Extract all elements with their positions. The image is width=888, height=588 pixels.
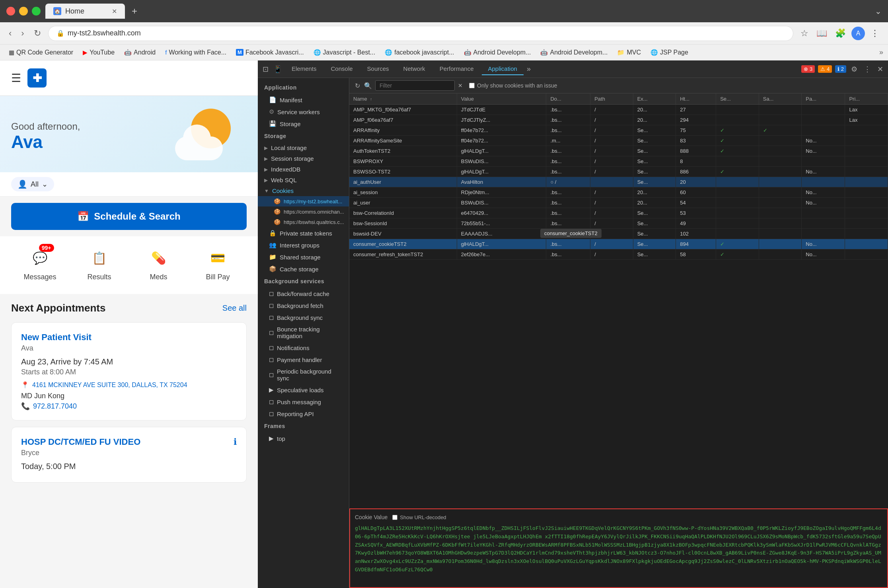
reload-button[interactable]: ↻ (31, 26, 43, 41)
bookmark-jsp[interactable]: 🌐 JSP Page (647, 47, 692, 58)
bookmark-android[interactable]: 🤖 Android (120, 47, 160, 58)
bookmarks-more[interactable]: » (879, 48, 883, 56)
active-tab[interactable]: 🏠 Home ✕ (45, 4, 125, 19)
table-row[interactable]: AMP_MKTG_f06ea76af7JTdCJTdE.bs.../20...2… (349, 105, 888, 115)
table-row[interactable]: bswsid-DEVEAAAADJS....bs.../Se...102 (349, 229, 888, 239)
profile-button[interactable]: A (851, 27, 865, 40)
bookmark-fb-js[interactable]: 🌐 facebook javascript... (381, 47, 458, 58)
sidebar-item-back-forward[interactable]: ◻ Back/forward cache (258, 288, 349, 300)
sidebar-item-payment-handler[interactable]: ◻ Payment handler (258, 354, 349, 366)
bookmark-android-dev2[interactable]: 🤖 Android Developm... (536, 47, 611, 58)
col-name[interactable]: Name ↑ (349, 93, 457, 105)
maximize-button[interactable] (32, 7, 41, 16)
appointment-card-2[interactable]: HOSP DC/TCM/ED FU VIDEO Bryce Today, 5:0… (11, 427, 247, 483)
bookmark-js-best[interactable]: 🌐 Javascript - Best... (310, 47, 380, 58)
schedule-search-button[interactable]: 📅 Schedule & Search (11, 203, 247, 230)
extensions-button[interactable]: 🧩 (833, 26, 848, 41)
sidebar-item-service-workers[interactable]: ⚙ Service workers (258, 106, 349, 118)
bookmark-qr[interactable]: ▦ QR Code Generator (5, 47, 77, 58)
bookmark-android-dev1[interactable]: 🤖 Android Developm... (460, 47, 535, 58)
star-button[interactable]: ☆ (798, 26, 811, 41)
sidebar-item-session-storage[interactable]: ▶ Session storage (258, 153, 349, 164)
table-row[interactable]: bsw-CorrelationIde6470429....bs.../Se...… (349, 208, 888, 218)
table-row[interactable]: bsw-SessionId72b55b51-....bs.../Se...49 (349, 218, 888, 229)
tab-sources[interactable]: Sources (361, 63, 395, 75)
devtools-device-icon[interactable]: 📱 (272, 63, 284, 75)
tabs-extend-button[interactable]: ⌄ (875, 6, 882, 16)
appointment-card-1[interactable]: New Patient Visit Ava Aug 23, Arrive by … (11, 322, 247, 421)
col-path[interactable]: Path (590, 93, 633, 105)
tab-network[interactable]: Network (397, 63, 432, 75)
reading-list-button[interactable]: 📖 (814, 26, 830, 41)
table-row[interactable]: consumer_refresh_tokenTST22ef26be7e....b… (349, 249, 888, 260)
results-action[interactable]: 📋 Results (70, 239, 128, 288)
sidebar-item-interest-groups[interactable]: 👥 Interest groups (258, 239, 349, 251)
sidebar-item-cookie-qualtrics[interactable]: 🍪 https://bswhsi.qualtrics.c... (258, 217, 349, 227)
appt-phone-1[interactable]: 📞 972.817.7040 (21, 402, 237, 411)
sidebar-item-reporting-api[interactable]: ◻ Reporting API (258, 408, 349, 420)
col-value[interactable]: Value (457, 93, 546, 105)
sidebar-item-cookie-tst2[interactable]: 🍪 https://my-tst2.bswhealt... (258, 196, 349, 206)
back-button[interactable]: ‹ (6, 26, 14, 41)
filter-clear-button[interactable]: ✕ (458, 82, 463, 89)
col-samesite[interactable]: Pa... (802, 93, 845, 105)
meds-action[interactable]: 💊 Meds (130, 239, 187, 288)
sidebar-item-cookies[interactable]: ▼ Cookies (258, 185, 349, 196)
sidebar-item-notifications[interactable]: ◻ Notifications (258, 342, 349, 354)
sidebar-item-web-sql[interactable]: ▶ Web SQL (258, 175, 349, 185)
sidebar-item-bounce-tracking[interactable]: ◻ Bounce tracking mitigation (258, 323, 349, 342)
col-expires[interactable]: Ex... (633, 93, 676, 105)
tab-close-button[interactable]: ✕ (112, 8, 117, 15)
bookmark-youtube[interactable]: ▶ YouTube (79, 47, 119, 58)
table-row[interactable]: BSWSSO-TST2glHALDgT....bs.../Se...886✓No… (349, 167, 888, 177)
table-row[interactable]: ARRAffinityff04e7b72....bs.../Se...75✓✓ (349, 125, 888, 136)
table-row[interactable]: AMP_f06ea76af7JTdCJTlyZ....bs.../20...29… (349, 115, 888, 125)
close-button[interactable] (6, 7, 15, 16)
tab-elements[interactable]: Elements (285, 63, 323, 75)
sidebar-item-top-frame[interactable]: ▶ top (258, 432, 349, 444)
sidebar-item-push-messaging[interactable]: ◻ Push messaging (258, 396, 349, 408)
url-decoded-input[interactable] (392, 515, 397, 520)
tab-console[interactable]: Console (325, 63, 359, 75)
col-secure[interactable]: Sa... (759, 93, 802, 105)
table-row[interactable]: ai_userBSWuDIS....bs.../20...54No... (349, 198, 888, 208)
sidebar-item-manifest[interactable]: 📄 Manifest (258, 94, 349, 106)
messages-action[interactable]: 💬 99+ Messages (11, 239, 69, 288)
more-tabs-icon[interactable]: » (525, 63, 532, 75)
show-cookies-issue-checkbox[interactable]: Only show cookies with an issue (469, 82, 557, 89)
table-row[interactable]: ARRAffinitySameSiteff04e7b72....m.../Se.… (349, 136, 888, 146)
bookmark-mvc[interactable]: 📁 MVC (613, 47, 645, 58)
sidebar-item-cookie-comms[interactable]: 🍪 https://comms.omnichan... (258, 206, 349, 217)
table-row[interactable]: BSWPROXYBSWuDIS....bs.../Se...8 (349, 156, 888, 167)
sidebar-item-private-state[interactable]: 🔒 Private state tokens (258, 227, 349, 239)
sidebar-item-periodic-sync[interactable]: ◻ Periodic background sync (258, 366, 349, 384)
filter-input[interactable] (375, 80, 455, 91)
sidebar-item-shared-storage[interactable]: 📁 Shared storage (258, 251, 349, 263)
devtools-settings-icon[interactable]: ⚙ (849, 63, 859, 75)
tab-application[interactable]: Application (482, 63, 524, 75)
sidebar-item-cache-storage[interactable]: 📦 Cache storage (258, 263, 349, 275)
sidebar-item-indexeddb[interactable]: ▶ IndexedDB (258, 164, 349, 175)
user-selector-dropdown[interactable]: 👤 All ⌄ (11, 177, 54, 191)
col-httponly[interactable]: Se... (716, 93, 759, 105)
menu-button[interactable]: ⋮ (868, 26, 882, 41)
info-icon[interactable]: ℹ (234, 437, 237, 447)
devtools-inspect-icon[interactable]: ⊡ (261, 63, 270, 75)
devtools-vertical-dots[interactable]: ⋮ (862, 63, 872, 75)
refresh-cookies-button[interactable]: ↻ (354, 81, 361, 90)
sidebar-item-background-fetch[interactable]: ◻ Background fetch (258, 300, 349, 312)
bookmark-fb-face[interactable]: f Working with Face... (161, 47, 230, 58)
url-decoded-checkbox[interactable]: Show URL-decoded (392, 514, 446, 520)
sidebar-item-storage-overview[interactable]: 💾 Storage (258, 118, 349, 130)
sidebar-item-speculative-loads[interactable]: ▶ Speculative loads (258, 384, 349, 396)
col-domain[interactable]: Do... (546, 93, 590, 105)
table-row[interactable]: AuthTokenTST2glHALDgT....bs.../Se...888✓… (349, 146, 888, 156)
table-row[interactable]: consumer_cookieTST2glHALDgT....bs.../Se.… (349, 239, 888, 249)
cookies-issue-checkbox-input[interactable] (469, 83, 475, 88)
col-size[interactable]: Ht... (676, 93, 716, 105)
minimize-button[interactable] (19, 7, 28, 16)
col-priority[interactable]: Pri... (845, 93, 888, 105)
sidebar-item-background-sync[interactable]: ◻ Background sync (258, 312, 349, 323)
new-tab-button[interactable]: + (128, 5, 141, 18)
bookmark-fb-m[interactable]: M Facebook Javascri... (232, 47, 308, 58)
